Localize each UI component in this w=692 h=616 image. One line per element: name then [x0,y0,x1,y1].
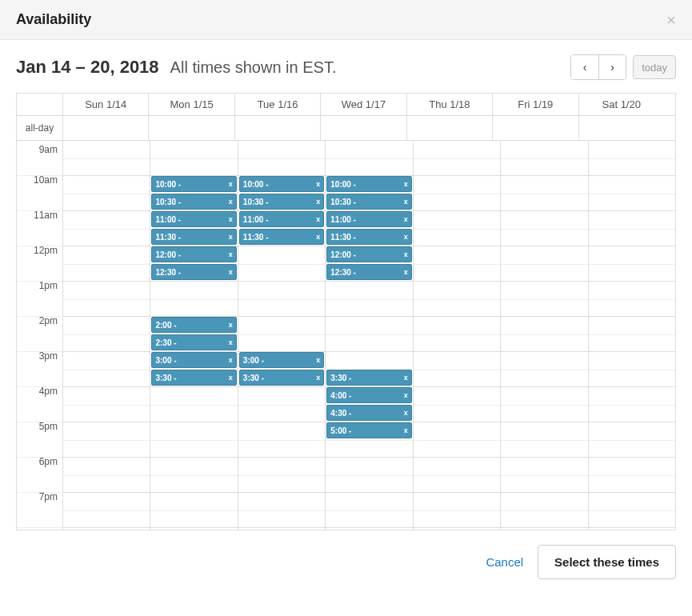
allday-cell[interactable] [149,116,234,140]
availability-slot[interactable]: 11:00 -x [239,211,324,227]
availability-slot[interactable]: 12:30 -x [326,264,411,280]
remove-slot-icon[interactable]: x [316,233,320,241]
hour-slot[interactable] [501,458,587,493]
hour-slot[interactable] [150,493,237,528]
remove-slot-icon[interactable]: x [229,268,233,276]
hour-slot[interactable] [326,493,412,528]
hour-slot[interactable] [63,246,150,282]
remove-slot-icon[interactable]: x [316,374,320,382]
hour-slot[interactable] [326,458,412,493]
hour-slot[interactable] [63,282,150,317]
hour-slot[interactable] [238,493,325,528]
remove-slot-icon[interactable]: x [404,180,408,188]
remove-slot-icon[interactable]: x [229,338,233,346]
hour-slot[interactable] [589,422,675,458]
hour-slot[interactable] [589,211,675,246]
availability-slot[interactable]: 3:30 -x [326,370,411,386]
day-column[interactable]: 10:00 -x10:30 -x11:00 -x11:30 -x3:00 -x3… [238,141,326,530]
availability-slot[interactable]: 3:30 -x [239,370,324,386]
remove-slot-icon[interactable]: x [229,321,233,329]
hour-slot[interactable] [501,211,587,246]
select-times-button[interactable]: Select these times [538,545,676,579]
hour-slot[interactable] [63,458,150,493]
availability-slot[interactable]: 10:30 -x [151,194,236,210]
availability-slot[interactable]: 12:00 -x [326,246,411,262]
hour-slot[interactable] [326,282,412,317]
today-button[interactable]: today [633,55,676,79]
remove-slot-icon[interactable]: x [404,233,408,241]
remove-slot-icon[interactable]: x [229,215,233,223]
day-column[interactable] [63,141,150,530]
hour-slot[interactable] [238,528,325,530]
hour-slot[interactable] [326,317,412,352]
hour-slot[interactable] [63,422,150,458]
hour-slot[interactable] [63,493,150,528]
hour-slot[interactable] [326,528,412,530]
availability-slot[interactable]: 10:00 -x [326,176,411,192]
hour-slot[interactable] [63,528,150,530]
hour-slot[interactable] [238,458,325,493]
remove-slot-icon[interactable]: x [316,356,320,364]
hour-slot[interactable] [589,141,675,176]
hour-slot[interactable] [63,211,150,246]
availability-slot[interactable]: 12:30 -x [151,264,236,280]
remove-slot-icon[interactable]: x [316,198,320,206]
hour-slot[interactable] [63,176,150,211]
availability-slot[interactable]: 4:00 -x [326,387,411,403]
hour-slot[interactable] [150,141,237,176]
hour-slot[interactable] [150,458,237,493]
day-column[interactable] [414,141,501,530]
availability-slot[interactable]: 11:30 -x [326,229,411,245]
remove-slot-icon[interactable]: x [229,198,233,206]
hour-slot[interactable] [589,493,675,528]
hour-slot[interactable] [238,282,325,317]
hour-slot[interactable] [414,317,500,352]
hour-slot[interactable] [414,211,500,246]
allday-cell[interactable] [579,116,664,140]
availability-slot[interactable]: 2:00 -x [151,317,236,333]
cancel-button[interactable]: Cancel [486,555,523,569]
hour-slot[interactable] [414,387,500,422]
availability-slot[interactable]: 11:00 -x [151,211,236,227]
availability-slot[interactable]: 3:30 -x [151,370,236,386]
next-week-button[interactable]: › [598,55,626,79]
day-column[interactable] [501,141,588,530]
availability-slot[interactable]: 3:00 -x [151,352,236,368]
hour-slot[interactable] [414,282,500,317]
allday-cell[interactable] [321,116,406,140]
allday-cell[interactable] [407,116,493,140]
close-icon[interactable]: × [666,12,676,28]
remove-slot-icon[interactable]: x [404,198,408,206]
availability-slot[interactable]: 11:30 -x [239,229,324,245]
prev-week-button[interactable]: ‹ [571,55,598,79]
hour-slot[interactable] [589,528,675,530]
hour-slot[interactable] [238,246,325,282]
remove-slot-icon[interactable]: x [404,374,408,382]
hour-slot[interactable] [238,317,325,352]
hour-slot[interactable] [414,352,500,387]
availability-slot[interactable]: 10:30 -x [326,194,411,210]
hour-slot[interactable] [63,387,150,422]
remove-slot-icon[interactable]: x [229,233,233,241]
allday-cell[interactable] [493,116,578,140]
hour-slot[interactable] [589,282,675,317]
hour-slot[interactable] [501,422,587,458]
hour-slot[interactable] [414,493,500,528]
hour-slot[interactable] [63,352,150,387]
hour-slot[interactable] [238,422,325,458]
hour-slot[interactable] [501,282,587,317]
hour-slot[interactable] [589,352,675,387]
hour-slot[interactable] [63,317,150,352]
hour-slot[interactable] [501,141,587,176]
remove-slot-icon[interactable]: x [404,215,408,223]
availability-slot[interactable]: 3:00 -x [239,352,324,368]
hour-slot[interactable] [501,528,587,530]
hour-slot[interactable] [589,458,675,493]
hour-slot[interactable] [238,387,325,422]
remove-slot-icon[interactable]: x [316,180,320,188]
hour-slot[interactable] [414,141,500,176]
allday-cell[interactable] [235,116,321,140]
hour-slot[interactable] [150,282,237,317]
remove-slot-icon[interactable]: x [229,356,233,364]
availability-slot[interactable]: 10:30 -x [239,194,324,210]
